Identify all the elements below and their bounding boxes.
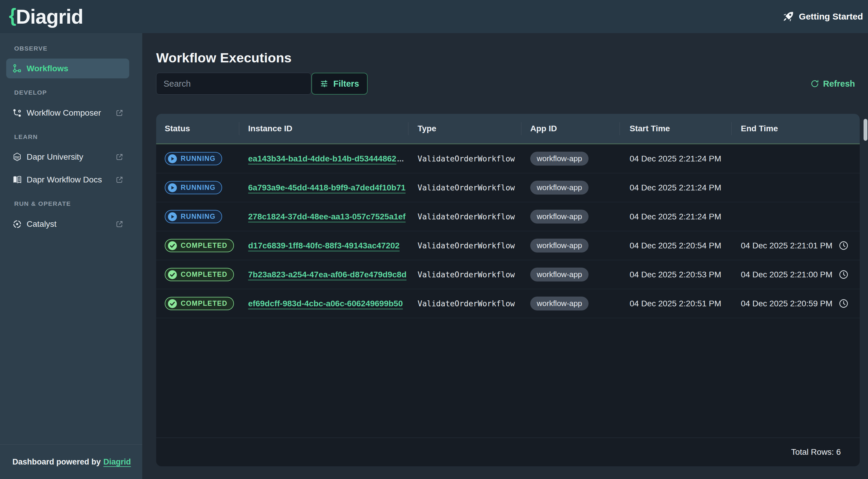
app-id-cell: workflow-app (521, 173, 620, 202)
column-header-start-time[interactable]: Start Time (620, 114, 732, 143)
sidebar-footer: Dashboard powered by Diagrid (0, 444, 142, 479)
table-body: RUNNINGea143b34-ba1d-4dde-b14b-d53444862… (156, 144, 860, 318)
toolbar: Filters Refresh (156, 73, 860, 95)
workflows-icon (12, 64, 22, 74)
filters-label: Filters (333, 79, 359, 89)
type-cell: ValidateOrderWorkflow (408, 202, 521, 231)
instance-id-link[interactable]: 7b23a823-a254-47ea-af06-d87e479d9c8d (248, 270, 407, 280)
app-id-chip: workflow-app (530, 267, 589, 282)
rocket-icon (782, 11, 794, 23)
start-time-cell: 04 Dec 2025 2:20:53 PM (620, 260, 732, 289)
column-header-app-id[interactable]: App ID (521, 114, 620, 143)
instance-id-cell: 7b23a823-a254-47ea-af06-d87e479d9c8d (239, 260, 408, 289)
status-badge-running: RUNNING (165, 181, 222, 194)
workflow-type: ValidateOrderWorkflow (417, 241, 515, 250)
table-empty-space (156, 318, 860, 438)
status-cell: RUNNING (156, 202, 239, 231)
status-badge-running: RUNNING (165, 210, 222, 223)
filters-icon (320, 79, 329, 88)
column-header-end-time[interactable]: End Time (732, 114, 860, 143)
play-circle-icon (167, 212, 178, 222)
instance-id-link[interactable]: ef69dcff-983d-4cbc-a06c-606249699b50 (248, 299, 403, 309)
type-cell: ValidateOrderWorkflow (408, 144, 521, 173)
check-circle-icon (167, 299, 178, 309)
table-footer: Total Rows: 6 (156, 438, 860, 466)
status-cell: RUNNING (156, 173, 239, 202)
instance-id-link[interactable]: d17c6839-1ff8-40fc-88f3-49143ac47202 (248, 241, 400, 250)
external-link-icon (116, 176, 123, 184)
svg-text:University: University (14, 158, 21, 160)
logo-brace-icon: { (9, 6, 16, 25)
status-badge-completed: COMPLETED (165, 297, 234, 310)
end-time-cell: 04 Dec 2025 2:21:00 PM (732, 260, 860, 289)
filters-button[interactable]: Filters (311, 73, 368, 95)
start-time-cell: 04 Dec 2025 2:21:24 PM (620, 173, 732, 202)
clock-icon (833, 270, 848, 279)
workflow-type: ValidateOrderWorkflow (417, 154, 515, 163)
start-time: 04 Dec 2025 2:21:24 PM (630, 154, 721, 163)
app-id-chip: workflow-app (530, 210, 589, 224)
sidebar: OBSERVE Workflows DEVELOP (0, 33, 142, 479)
table-row: COMPLETEDef69dcff-983d-4cbc-a06c-6062496… (156, 289, 860, 318)
column-header-status[interactable]: Status (156, 114, 239, 143)
scrollbar-thumb[interactable] (864, 119, 867, 141)
start-time: 04 Dec 2025 2:21:24 PM (630, 183, 721, 192)
status-badge-running: RUNNING (165, 152, 222, 165)
status-badge-completed: COMPLETED (165, 239, 234, 252)
table-row: RUNNING278c1824-37dd-48ee-aa13-057c7525a… (156, 202, 860, 231)
search-input[interactable] (156, 73, 311, 95)
app-id-chip: workflow-app (530, 296, 589, 311)
column-header-type[interactable]: Type (408, 114, 521, 143)
end-time: 04 Dec 2025 2:21:00 PM (741, 270, 833, 280)
instance-id-link[interactable]: ea143b34-ba1d-4dde-b14b-d53444862 (248, 154, 396, 163)
workflow-type: ValidateOrderWorkflow (417, 183, 515, 192)
column-header-instance-id[interactable]: Instance ID (239, 114, 408, 143)
page-title: Workflow Executions (156, 50, 860, 66)
end-time-cell: 04 Dec 2025 2:21:01 PM (732, 231, 860, 260)
getting-started-button[interactable]: Getting Started (782, 11, 863, 23)
sidebar-item-workflow-composer[interactable]: Workflow Composer (6, 101, 129, 124)
end-time: 04 Dec 2025 2:21:01 PM (741, 241, 833, 250)
app-id-cell: workflow-app (521, 289, 620, 318)
workflow-type: ValidateOrderWorkflow (417, 299, 515, 308)
diagrid-link[interactable]: Diagrid (103, 457, 131, 467)
app-id-chip: workflow-app (530, 238, 589, 253)
table-row: RUNNINGea143b34-ba1d-4dde-b14b-d53444862… (156, 144, 860, 173)
type-cell: ValidateOrderWorkflow (408, 260, 521, 289)
refresh-button[interactable]: Refresh (810, 79, 855, 89)
type-cell: ValidateOrderWorkflow (408, 289, 521, 318)
end-time: 04 Dec 2025 2:20:59 PM (741, 299, 833, 309)
check-circle-icon (167, 270, 178, 280)
app-id-chip: workflow-app (530, 181, 589, 195)
sidebar-item-workflows[interactable]: Workflows (6, 59, 129, 78)
instance-id-cell: 6a793a9e-45dd-4418-b9f9-a7ded4f10b71 (239, 173, 408, 202)
sidebar-item-dapr-workflow-docs[interactable]: Dapr Workflow Docs (6, 168, 129, 191)
powered-by-text: Dashboard powered by (12, 457, 101, 467)
catalyst-icon (12, 219, 22, 229)
start-time: 04 Dec 2025 2:20:51 PM (630, 299, 721, 309)
sidebar-item-catalyst[interactable]: Catalyst (6, 213, 129, 235)
play-circle-icon (167, 183, 178, 193)
end-time-cell: 04 Dec 2025 2:20:59 PM (732, 289, 860, 318)
diagrid-logo[interactable]: { Diagrid (9, 6, 83, 27)
clock-icon (833, 241, 848, 250)
status-cell: COMPLETED (156, 289, 239, 318)
external-link-icon (116, 109, 123, 117)
start-time: 04 Dec 2025 2:20:54 PM (630, 241, 721, 250)
status-cell: RUNNING (156, 144, 239, 173)
instance-id-link[interactable]: 278c1824-37dd-48ee-aa13-057c7525a1ef (248, 212, 405, 221)
instance-id-link[interactable]: 6a793a9e-45dd-4418-b9f9-a7ded4f10b71 (248, 183, 405, 192)
check-circle-icon (167, 241, 178, 251)
logo-text: Diagrid (16, 6, 83, 27)
truncation-ellipsis: ... (397, 154, 404, 163)
end-time-cell (732, 144, 860, 173)
total-rows-label: Total Rows: 6 (791, 447, 841, 457)
status-badge-completed: COMPLETED (165, 268, 234, 281)
getting-started-label: Getting Started (799, 11, 863, 22)
sidebar-item-dapr-university[interactable]: dapr University Dapr University (6, 146, 129, 168)
sidebar-item-label: Workflows (27, 64, 68, 73)
end-time-cell (732, 202, 860, 231)
refresh-icon (810, 79, 819, 88)
workflow-executions-table: Status Instance ID Type App ID Start Tim… (156, 114, 860, 466)
instance-id-cell: d17c6839-1ff8-40fc-88f3-49143ac47202 (239, 231, 408, 260)
